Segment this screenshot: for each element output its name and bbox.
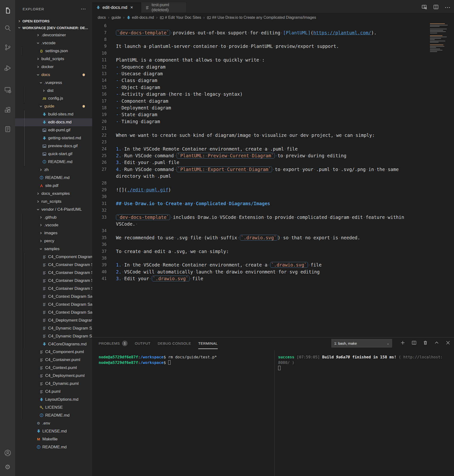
tree-file-c4-context-diagram-sam-[interactable]: C4_Context Diagram Sam... (15, 300, 92, 308)
code-line[interactable]: 10 (92, 50, 454, 57)
code-line[interactable]: 34 (92, 227, 454, 234)
tab-edit-docs-md[interactable]: edit-docs.md ✕ (92, 2, 141, 13)
code-line[interactable]: 391.·In·the·VSCode·Remote·Container·envi… (92, 261, 454, 268)
terminal-split-divider[interactable] (274, 350, 274, 476)
code-line[interactable]: 22When·we·want·to·create·such·kind·of·di… (92, 132, 454, 139)
code-line[interactable]: 413.·Edit·your·`.drawio.svg`·file (92, 275, 454, 282)
code-line[interactable]: 28 (92, 179, 454, 186)
code-line[interactable]: 32 (92, 207, 454, 214)
tree-file-build-sites-md[interactable]: build-sites.md (15, 110, 92, 118)
code-line[interactable]: 11PlantUML·is·a·component·that·allows·to… (92, 57, 454, 63)
tree-file-readme-md[interactable]: README.md (15, 412, 92, 419)
tree-file-c4-container-puml[interactable]: C4_Container.puml (15, 356, 92, 364)
breadcrumb-item[interactable]: docs (98, 15, 106, 20)
breadcrumb-item[interactable]: ## Use Draw.io to Create any Complicated… (207, 15, 316, 20)
remote-explorer-icon[interactable] (4, 86, 12, 94)
tree-file--env[interactable]: ⚙.env (15, 419, 92, 427)
tree-file-preview-docs-gif[interactable]: preview-docs.gif (15, 142, 92, 150)
tree-file-c4-dynamic-puml[interactable]: C4_Dynamic.puml (15, 380, 92, 388)
section-workspace[interactable]: WORKSPACE [DEV CONTAINER: DE... (15, 24, 92, 31)
code-line[interactable]: 21 (92, 125, 454, 132)
kill-terminal-icon[interactable] (423, 340, 428, 346)
tree-file-layoutoptions-md[interactable]: LayoutOptions.md (15, 396, 92, 404)
code-line[interactable]: 14-·Class·diagram (92, 77, 454, 84)
tree-file-makefile[interactable]: MMakefile (15, 435, 92, 443)
tree-file-readme-md[interactable]: README.md (15, 158, 92, 166)
tree-file-c4corediagrams-md[interactable]: C4CoreDiagrams.md (15, 340, 92, 348)
code-line[interactable]: 18-·Deployment·diagram (92, 104, 454, 111)
code-line[interactable]: 13-·Usecase·diagram (92, 70, 454, 77)
tree-file-c4-deployment-diagram-[interactable]: C4_Deployment Diagram ... (15, 316, 92, 324)
open-preview-icon[interactable] (422, 4, 427, 11)
tree-folder-docs[interactable]: docs (15, 71, 92, 79)
extensions-icon[interactable] (4, 106, 12, 114)
tree-file-readme-md[interactable]: README.md (15, 443, 92, 451)
tree-file-c4-dynamic-diagram-sam-[interactable]: C4_Dynamic Diagram Sam... (15, 324, 92, 332)
tree-file-edit-puml-gif[interactable]: edit-puml.gif (15, 126, 92, 134)
tree-folder-docker[interactable]: docker (15, 63, 92, 71)
code-line[interactable]: 36 (92, 241, 454, 248)
code-line[interactable]: 263.·Edit·your·.puml·file (92, 159, 454, 166)
tab-output[interactable]: OUTPUT (135, 337, 150, 349)
code-line[interactable]: directory·with·.puml (92, 173, 454, 179)
close-panel-icon[interactable] (445, 340, 451, 346)
tree-file-c4-context-diagram-sam-[interactable]: C4_Context Diagram Sam... (15, 308, 92, 316)
tree-folder-dist[interactable]: dist (15, 87, 92, 95)
tree-file-c4-component-puml[interactable]: C4_Component.puml (15, 348, 92, 356)
tree-folder-guide[interactable]: guide (15, 102, 92, 110)
minimap[interactable] (429, 22, 452, 53)
tree-file-getting-started-md[interactable]: getting-started.md (15, 134, 92, 142)
code-line[interactable]: 9It·launch·a·plantuml-server·container·t… (92, 43, 454, 50)
tree-file-c4-container-diagram-sa-[interactable]: C4_Container Diagram Sa... (15, 277, 92, 285)
source-control-icon[interactable] (4, 43, 12, 52)
tree-file-c4-container-diagram-sa-[interactable]: C4_Container Diagram Sa... (15, 269, 92, 277)
tree-file-quick-start-gif[interactable]: quick-start.gif (15, 150, 92, 158)
code-line[interactable]: 19-·State·diagram (92, 111, 454, 118)
code-line[interactable]: 16-·Activity·diagram·(here·is·the·legacy… (92, 91, 454, 98)
close-tab-icon[interactable]: ✕ (130, 5, 133, 10)
code-line[interactable]: 12-·Sequence·diagram (92, 63, 454, 70)
tree-file-c4-context-diagram-sam-[interactable]: C4_Context Diagram Sam... (15, 293, 92, 300)
code-line[interactable]: 6 (92, 22, 454, 29)
tree-folder-images[interactable]: images (15, 229, 92, 237)
code-line[interactable]: 241.·In·the·VSCode·Remote·Container·envi… (92, 145, 454, 152)
tree-file-c4-deployment-puml[interactable]: C4_Deployment.puml (15, 372, 92, 380)
breadcrumb-item[interactable]: # Edit Your Doc Sites (160, 15, 201, 20)
tab-test-puml-deleted[interactable]: test.puml (deleted) (141, 2, 186, 13)
tree-folder--vscode[interactable]: .vscode (15, 39, 92, 47)
breadcrumb-item[interactable]: guide (111, 15, 121, 20)
terminal-selector[interactable]: 1: bash, make ⌄ (331, 339, 392, 348)
breadcrumb-item[interactable]: edit-docs.md (127, 15, 154, 20)
new-terminal-icon[interactable] (400, 340, 405, 346)
tree-file-c4-context-puml[interactable]: C4_Context.puml (15, 364, 92, 372)
tree-file-license-md[interactable]: LICENSE.md (15, 427, 92, 435)
tree-file-c4-puml[interactable]: C4.puml (15, 388, 92, 396)
code-line[interactable]: 31##·Use·Draw.io·to·Create·any·Complicat… (92, 200, 454, 207)
tree-file-c4-container-diagram-sa-[interactable]: C4_Container Diagram Sa... (15, 261, 92, 269)
tree-file-license[interactable]: LICENSE (15, 404, 92, 412)
code-line[interactable]: 7`dev-docs-template`·provides·out-of-box… (92, 29, 454, 36)
run-debug-icon[interactable] (4, 64, 12, 72)
code-line[interactable]: VSCode.· (92, 220, 454, 227)
code-line[interactable]: 29![](./edit-puml.gif) (92, 186, 454, 193)
tree-file-c4-container-diagram-sa-[interactable]: C4_Container Diagram Sa... (15, 285, 92, 293)
section-open-editors[interactable]: OPEN EDITORS (15, 18, 92, 24)
tab-debug-console[interactable]: DEBUG CONSOLE (158, 337, 191, 349)
explorer-icon[interactable] (4, 7, 12, 15)
more-actions-icon[interactable]: ⋯ (445, 4, 451, 11)
tab-problems[interactable]: PROBLEMS 1 (99, 337, 128, 349)
tree-file-c4-component-diagram-s-[interactable]: C4_Component Diagram S... (15, 253, 92, 261)
terminal-pane-right[interactable]: success [07:59:05] Build 9a6a70 finished… (278, 354, 454, 371)
code-line[interactable]: 38 (92, 255, 454, 261)
tree-folder-zh[interactable]: zh (15, 166, 92, 174)
code-line[interactable]: 15-·Object·diagram (92, 84, 454, 91)
code-editor[interactable]: 67`dev-docs-template`·provides·out-of-bo… (92, 22, 454, 337)
tree-folder--vuepress[interactable]: .vuepress (15, 79, 92, 87)
split-terminal-icon[interactable] (411, 340, 417, 346)
tab-terminal[interactable]: TERMINAL (198, 337, 218, 349)
split-editor-icon[interactable] (433, 4, 439, 11)
tree-file-site-pdf[interactable]: site.pdf (15, 181, 92, 189)
tree-folder--github[interactable]: .github (15, 213, 92, 221)
tree-file-config-js[interactable]: JSconfig.js (15, 95, 92, 102)
settings-gear-icon[interactable]: ⚙ (4, 463, 12, 471)
